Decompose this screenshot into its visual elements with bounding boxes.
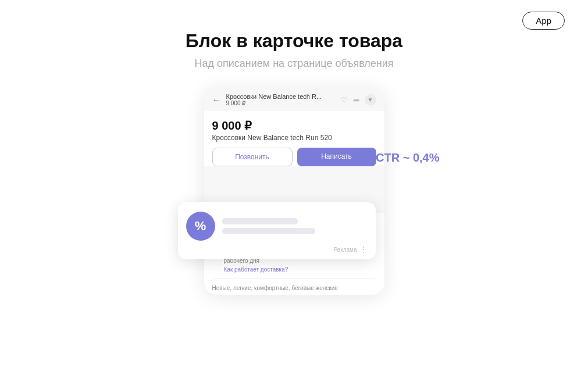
delivery-link[interactable]: Как работает доставка? [224, 266, 368, 273]
share-icon[interactable]: ➦ [353, 95, 360, 105]
ad-text-line-2 [222, 228, 315, 234]
ad-icon-circle: % [186, 212, 215, 241]
product-description: Новые, легкие, комфортные, беговые женск… [212, 279, 376, 295]
page-subtitle: Над описанием на странице объявления [194, 58, 393, 70]
ad-menu-icon[interactable]: ⋮ [359, 245, 368, 253]
call-button[interactable]: Позвонить [212, 148, 293, 166]
ad-inner: % [186, 212, 368, 241]
product-name: Кроссовки New Balance tech Run 520 [212, 134, 376, 142]
topbar-price: 9 000 ₽ [226, 100, 341, 106]
page-title: Блок в карточке товара [186, 30, 402, 52]
ad-block[interactable]: % Реклама ⋮ [178, 202, 376, 259]
mockup-area: ← Кроссовки New Balance tech R... 9 000 … [195, 87, 393, 295]
action-buttons: Позвонить Написать [212, 148, 376, 166]
product-price: 9 000 ₽ [212, 119, 376, 133]
phone-frame: ← Кроссовки New Balance tech R... 9 000 … [204, 87, 384, 295]
ad-footer: Реклама ⋮ [186, 245, 368, 253]
ad-text-lines [222, 218, 368, 234]
ad-text-line-1 [222, 218, 298, 224]
topbar-title: Кроссовки New Balance tech R... [226, 93, 341, 100]
write-button[interactable]: Написать [297, 148, 376, 166]
ad-label: Реклама [333, 246, 357, 253]
topbar-icons: ♡ ➦ ▼ [341, 94, 376, 106]
phone-topbar: ← Кроссовки New Balance tech R... 9 000 … [204, 87, 384, 110]
phone-content: 9 000 ₽ Кроссовки New Balance tech Run 5… [204, 110, 384, 166]
app-badge[interactable]: App [522, 12, 565, 30]
back-arrow-icon[interactable]: ← [212, 95, 222, 105]
ctr-label: CTR ~ 0,4% [376, 151, 439, 165]
percent-icon: % [195, 219, 206, 234]
chevron-down-icon[interactable]: ▼ [365, 94, 376, 106]
heart-icon[interactable]: ♡ [341, 95, 348, 105]
topbar-info: Кроссовки New Balance tech R... 9 000 ₽ [226, 93, 341, 106]
